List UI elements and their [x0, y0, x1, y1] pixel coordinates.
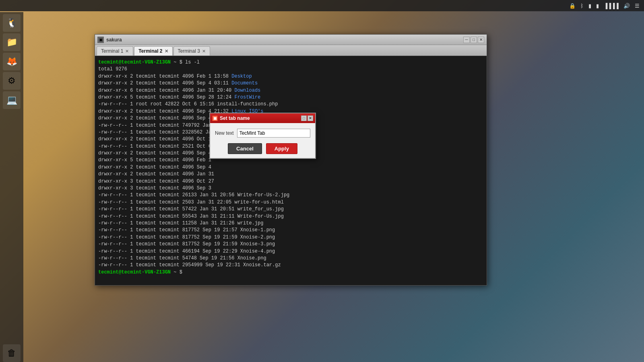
- firefox-icon: 🦊: [6, 56, 17, 67]
- sidebar-item-files[interactable]: 📁: [3, 33, 21, 51]
- files-icon: 📁: [6, 37, 17, 47]
- sidebar-item-firefox[interactable]: 🦊: [3, 53, 21, 70]
- desktop: 🔒 ᛒ ▮ ▮ ▐▐▐▐ 🔊 ☰ 🐧 📁 🦊 ⚙ 💻 🗑: [0, 0, 644, 362]
- sidebar: 🐧 📁 🦊 ⚙ 💻 🗑: [0, 12, 23, 362]
- tab-terminal-2[interactable]: Terminal 2 ✕: [134, 46, 172, 56]
- tab-terminal-3[interactable]: Terminal 3 ✕: [173, 46, 210, 56]
- bluetooth-icon: ᛒ: [579, 3, 585, 9]
- settings-icon: ⚙: [8, 76, 16, 86]
- tab-3-close[interactable]: ✕: [202, 49, 206, 54]
- minimize-button[interactable]: ─: [463, 37, 470, 43]
- tab-terminal-1[interactable]: Terminal 1 ✕: [97, 46, 133, 56]
- ubuntu-icon: 🐧: [6, 18, 17, 28]
- security-icon: 🔒: [568, 3, 577, 9]
- terminal-controls: ─ □ ✕: [463, 37, 484, 43]
- terminal-window: ▣ sakura ─ □ ✕ Terminal 1 ✕ Terminal 2 ✕…: [95, 34, 487, 286]
- maximize-button[interactable]: □: [471, 37, 477, 43]
- tab-1-close[interactable]: ✕: [125, 49, 129, 54]
- trash-icon: 🗑: [7, 348, 16, 358]
- dialog-controls: □ ✕: [301, 115, 313, 121]
- tab-3-label: Terminal 3: [178, 48, 200, 54]
- terminal-window-title: sakura: [106, 37, 463, 43]
- signal-icon: ▐▐▐▐: [603, 3, 620, 9]
- cancel-button[interactable]: Cancel: [228, 143, 262, 154]
- sidebar-item-terminal[interactable]: 💻: [3, 91, 21, 109]
- set-tab-dialog: ▣ Set tab name □ ✕ New text Cancel Apply: [209, 113, 316, 159]
- close-button[interactable]: ✕: [478, 37, 484, 43]
- terminal-content[interactable]: tecmint@tecmint-VGN-Z13GN ~ $ ls -l tota…: [95, 56, 487, 285]
- dialog-row: New text: [215, 129, 310, 138]
- tab-1-label: Terminal 1: [101, 48, 123, 54]
- dialog-icon: ▣: [212, 115, 218, 121]
- dialog-close-button[interactable]: ✕: [308, 115, 313, 121]
- battery-icon: ▮: [587, 3, 592, 9]
- dialog-label: New text: [215, 130, 234, 136]
- dialog-title: Set tab name: [220, 115, 301, 121]
- top-panel-icons: 🔒 ᛒ ▮ ▮ ▐▐▐▐ 🔊 ☰: [568, 3, 641, 9]
- dialog-input[interactable]: [237, 129, 310, 138]
- terminal-titlebar: ▣ sakura ─ □ ✕: [95, 35, 487, 45]
- menu-icon: ☰: [634, 3, 641, 9]
- volume-icon: 🔊: [622, 3, 631, 9]
- terminal-icon: 💻: [6, 95, 17, 105]
- tab-2-label: Terminal 2: [138, 48, 162, 54]
- battery2-icon: ▮: [595, 3, 600, 9]
- sidebar-item-settings[interactable]: ⚙: [3, 72, 21, 90]
- sidebar-item-trash[interactable]: 🗑: [3, 344, 21, 362]
- dialog-maximize-button[interactable]: □: [301, 115, 307, 121]
- dialog-titlebar: ▣ Set tab name □ ✕: [210, 113, 315, 123]
- prompt-line: tecmint@tecmint-VGN-Z13GN: [98, 60, 171, 65]
- terminal-window-icon: ▣: [97, 37, 104, 43]
- final-prompt: tecmint@tecmint-VGN-Z13GN: [98, 269, 171, 275]
- sidebar-item-ubuntu[interactable]: 🐧: [3, 14, 21, 32]
- terminal-tabs: Terminal 1 ✕ Terminal 2 ✕ Terminal 3 ✕: [95, 45, 487, 56]
- apply-button[interactable]: Apply: [266, 143, 297, 154]
- top-panel: 🔒 ᛒ ▮ ▮ ▐▐▐▐ 🔊 ☰: [0, 0, 644, 11]
- dialog-buttons: Cancel Apply: [215, 143, 310, 154]
- tab-2-close[interactable]: ✕: [165, 49, 168, 54]
- dialog-body: New text Cancel Apply: [210, 123, 315, 158]
